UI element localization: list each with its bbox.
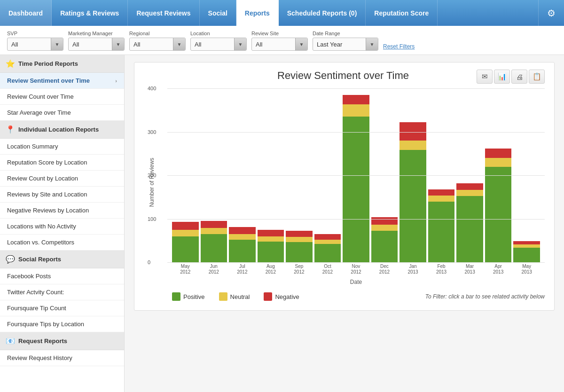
x-axis-label: Jul2012 — [229, 262, 256, 276]
neutral-label: Neutral — [230, 293, 250, 300]
positive-label: Positive — [183, 293, 205, 300]
chart-header: Review Sentiment over Time ✉ 📊 🖨 📋 — [144, 70, 545, 84]
sidebar-item-location-summary[interactable]: Location Summary — [0, 139, 124, 155]
chart-title: Review Sentiment over Time — [210, 70, 477, 82]
sidebar-item-review-sentiment[interactable]: Review Sentiment over Time › — [0, 73, 124, 89]
pin-icon: 📍 — [6, 125, 15, 134]
positive-swatch — [172, 292, 180, 301]
grid-line — [167, 88, 545, 89]
sidebar-item-negative-reviews-location[interactable]: Negative Reviews by Location — [0, 203, 124, 219]
x-axis-label: May2012 — [172, 262, 199, 276]
bar-positive — [400, 150, 426, 262]
sidebar-item-location-competitors[interactable]: Location vs. Competitors — [0, 235, 124, 251]
sidebar-item-review-request-history[interactable]: Review Request History — [0, 350, 124, 366]
nav-dashboard[interactable]: Dashboard — [0, 0, 52, 26]
sidebar-item-reviews-site-location[interactable]: Reviews by Site and Location — [0, 187, 124, 203]
bar-positive — [229, 240, 256, 262]
y-axis-label: Number of Reviews — [149, 158, 155, 207]
x-axis-label: Apr2013 — [485, 262, 512, 276]
sidebar: ⭐ Time Period Reports Review Sentiment o… — [0, 55, 125, 392]
sidebar-item-locations-no-activity[interactable]: Locations with No Activity — [0, 219, 124, 235]
sidebar-item-facebook-posts[interactable]: Facebook Posts — [0, 268, 124, 284]
svp-dropdown-arrow[interactable]: ▼ — [51, 38, 63, 51]
marketing-manager-select[interactable]: All ▼ — [68, 38, 125, 51]
location-label: Location — [190, 31, 247, 36]
bar-positive — [343, 117, 369, 262]
date-range-dropdown-arrow[interactable]: ▼ — [366, 38, 378, 51]
chart-container: Review Sentiment over Time ✉ 📊 🖨 📋 — [134, 62, 555, 311]
nav-ratings-reviews[interactable]: Ratings & Reviews — [52, 0, 128, 26]
bar-negative — [428, 189, 455, 196]
export-icon: 📋 — [533, 72, 541, 81]
print-chart-button[interactable]: 🖨 — [511, 70, 527, 84]
legend-negative: Negative — [264, 292, 299, 301]
marketing-manager-dropdown-arrow[interactable]: ▼ — [112, 38, 124, 51]
bar-negative — [286, 231, 313, 237]
nav-request-reviews[interactable]: Request Reviews — [128, 0, 199, 26]
sidebar-item-twitter-activity[interactable]: Twitter Actvity Count: — [0, 284, 124, 300]
negative-swatch — [264, 292, 272, 301]
regional-dropdown-arrow[interactable]: ▼ — [173, 38, 185, 51]
location-dropdown-arrow[interactable]: ▼ — [234, 38, 246, 51]
sidebar-item-star-average[interactable]: Star Average over Time — [0, 105, 124, 121]
negative-label: Negative — [275, 293, 299, 300]
x-axis-label: Jan2013 — [400, 262, 426, 276]
grid-line — [167, 175, 545, 176]
nav-reports[interactable]: Reports — [236, 0, 279, 26]
bar-negative — [513, 241, 540, 244]
export-chart-button[interactable]: 📋 — [529, 70, 545, 84]
sidebar-item-foursquare-tip-count[interactable]: Foursquare Tip Count — [0, 300, 124, 316]
sidebar-item-review-count-location[interactable]: Review Count by Location — [0, 171, 124, 187]
x-axis-label: Jun2012 — [201, 262, 227, 276]
y-tick-label: 400 — [148, 86, 156, 91]
x-axis-label: Sep2012 — [286, 262, 313, 276]
location-select[interactable]: All ▼ — [190, 38, 247, 51]
main-layout: ⭐ Time Period Reports Review Sentiment o… — [0, 55, 564, 392]
request-icon: 📧 — [6, 337, 15, 345]
date-range-filter: Date Range Last Year ▼ — [313, 31, 378, 51]
review-site-dropdown-arrow[interactable]: ▼ — [295, 38, 307, 51]
nav-social[interactable]: Social — [200, 0, 236, 26]
bar-neutral — [456, 190, 483, 196]
bar-neutral — [201, 228, 227, 234]
svp-select[interactable]: All ▼ — [7, 38, 63, 51]
email-chart-button[interactable]: ✉ — [477, 70, 493, 84]
bar-negative — [371, 217, 398, 225]
bar-positive — [258, 242, 284, 262]
bar-negative — [229, 227, 256, 234]
regional-select[interactable]: All ▼ — [129, 38, 186, 51]
regional-label: Regional — [129, 31, 186, 36]
chevron-right-icon: › — [115, 78, 117, 84]
filter-hint: To Filter: click a bar to see related ac… — [425, 293, 545, 300]
x-axis-label: May2013 — [513, 262, 540, 276]
bar-negative — [172, 222, 199, 230]
bar-neutral — [371, 225, 398, 231]
y-tick-label: 0 — [148, 259, 150, 265]
sidebar-item-review-count[interactable]: Review Count over Time — [0, 89, 124, 105]
bar-neutral — [314, 240, 341, 244]
share-chart-button[interactable]: 📊 — [494, 70, 510, 84]
date-range-select[interactable]: Last Year ▼ — [313, 38, 378, 51]
x-axis-label: Nov2012 — [343, 262, 369, 276]
settings-button[interactable]: ⚙ — [538, 0, 564, 26]
top-nav: Dashboard Ratings & Reviews Request Revi… — [0, 0, 564, 26]
nav-reputation-score[interactable]: Reputation Score — [366, 0, 438, 26]
bar-neutral — [286, 237, 313, 242]
bar-positive — [314, 244, 341, 262]
bar-negative — [343, 95, 369, 104]
bar-positive — [485, 167, 512, 263]
sidebar-section-request: 📧 Request Reports — [0, 332, 124, 350]
reset-filters-link[interactable]: Reset Filters — [383, 43, 415, 50]
bar-neutral — [485, 158, 512, 167]
regional-filter: Regional All ▼ — [129, 31, 186, 51]
bar-positive — [428, 202, 455, 263]
bar-positive — [456, 196, 483, 262]
sidebar-item-reputation-score-location[interactable]: Reputation Score by Location — [0, 155, 124, 171]
sidebar-item-foursquare-tips-location[interactable]: Foursquare Tips by Location — [0, 316, 124, 332]
svp-label: SVP — [7, 31, 63, 36]
grid-line — [167, 219, 545, 220]
nav-scheduled-reports[interactable]: Scheduled Reports (0) — [279, 0, 366, 26]
x-axis-title: Date — [167, 279, 545, 285]
review-site-select[interactable]: All ▼ — [251, 38, 308, 51]
sidebar-section-individual-location: 📍 Individual Location Reports — [0, 121, 124, 139]
